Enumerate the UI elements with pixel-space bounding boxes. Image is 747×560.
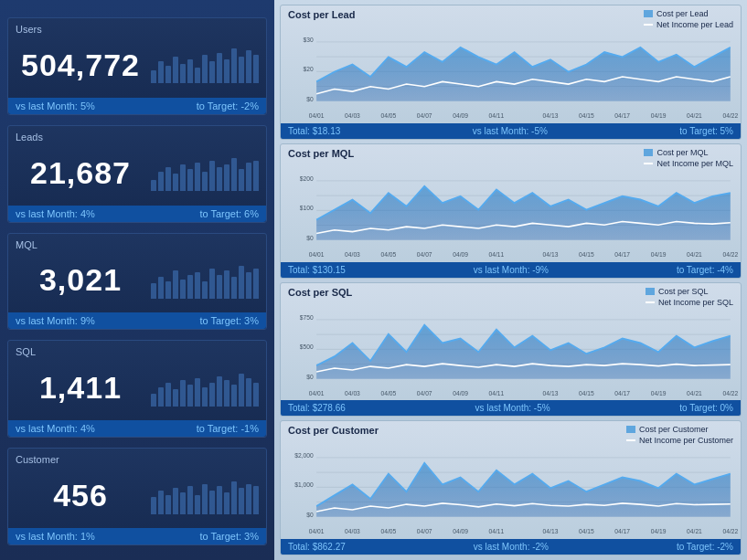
spark-bar [180, 380, 186, 407]
svg-text:04/11: 04/11 [489, 527, 505, 536]
spark-bar [180, 492, 186, 514]
svg-text:04/19: 04/19 [651, 111, 667, 121]
metric-main-users: 504,772 [16, 37, 259, 94]
chart-inner-cost-per-sql: Cost per SQL Cost per SQL Net Income per… [281, 283, 741, 401]
svg-text:04/21: 04/21 [687, 250, 702, 259]
metric-value-sql: 1,411 [16, 370, 145, 406]
legend-label-0: Cost per SQL [658, 287, 709, 296]
to-target-leads: to Target: 6% [199, 208, 259, 219]
svg-text:04/22: 04/22 [722, 527, 738, 536]
svg-text:04/21: 04/21 [687, 111, 702, 121]
vs-last-month-sql: vs last Month: 4% [16, 423, 95, 434]
svg-text:04/03: 04/03 [345, 527, 360, 536]
metric-main-leads: 21,687 [16, 144, 259, 202]
svg-text:$30: $30 [304, 35, 314, 44]
spark-bar [158, 387, 164, 407]
svg-text:04/11: 04/11 [489, 388, 505, 397]
svg-text:04/07: 04/07 [417, 388, 432, 397]
svg-text:$100: $100 [300, 204, 314, 213]
svg-text:04/17: 04/17 [614, 527, 630, 536]
svg-text:04/17: 04/17 [614, 111, 630, 121]
metric-main-sql: 1,411 [16, 359, 259, 417]
spark-bar [224, 380, 229, 407]
spark-bar [180, 64, 186, 83]
vs-last-month-users: vs last Month: 5% [16, 100, 95, 111]
spark-bar [239, 169, 244, 191]
legend-item-0: Cost per Lead [644, 9, 733, 18]
chart-svg-1: $200 $100 $0 04/0104/0304/0504/0704/0904… [281, 159, 741, 262]
spark-bar [173, 174, 178, 191]
metric-label-users: Users [16, 24, 259, 35]
to-target-users: to Target: -2% [197, 100, 259, 111]
metric-footer-customer: vs last Month: 1% to Target: 3% [8, 528, 266, 544]
svg-text:04/01: 04/01 [309, 527, 325, 536]
spark-bar [202, 387, 208, 407]
spark-bar [165, 383, 171, 407]
spark-bar [239, 57, 244, 83]
svg-text:04/09: 04/09 [453, 527, 468, 536]
metric-main-mql: 3,021 [16, 252, 259, 310]
svg-text:04/11: 04/11 [489, 111, 505, 121]
metric-footer-mql: vs last Month: 9% to Target: 3% [8, 312, 266, 329]
svg-text:04/07: 04/07 [417, 111, 432, 121]
spark-bar [239, 266, 244, 299]
svg-text:$1,000: $1,000 [294, 481, 313, 490]
spark-bar [253, 383, 259, 407]
left-panel: Users 504,772 vs last Month: 5% to Targe… [0, 0, 274, 560]
chart-title-cost-per-customer: Cost per Customer [288, 425, 379, 436]
spark-bar [217, 486, 222, 514]
legend-item-0: Cost per Customer [626, 425, 733, 434]
svg-text:04/05: 04/05 [380, 250, 396, 259]
chart-footer-cost-per-mql: Total: $130.15 vs last Month: -9% to Tar… [281, 262, 741, 278]
metric-footer-sql: vs last Month: 4% to Target: -1% [8, 420, 266, 437]
sparkline-mql [151, 262, 259, 299]
svg-text:04/13: 04/13 [543, 527, 559, 536]
metric-footer-leads: vs last Month: 4% to Target: 6% [8, 206, 266, 222]
chart-card-cost-per-mql: Cost per MQL Cost per MQL Net Income per… [280, 143, 742, 279]
metric-card-users: Users 504,772 vs last Month: 5% to Targe… [7, 17, 267, 115]
svg-text:04/13: 04/13 [543, 111, 559, 121]
spark-bar [209, 383, 215, 407]
svg-text:04/07: 04/07 [417, 527, 432, 536]
spark-bar [151, 394, 156, 407]
svg-text:04/05: 04/05 [380, 527, 396, 536]
svg-text:$200: $200 [300, 174, 314, 183]
svg-text:04/11: 04/11 [489, 250, 505, 259]
svg-text:04/13: 04/13 [543, 388, 559, 397]
spark-bar [151, 497, 156, 514]
chart-footer-cost-per-customer: Total: $862.27 vs last Month: -2% to Tar… [281, 539, 741, 555]
chart-area-cost-per-sql: $750 $500 $0 04/0104/0304/0504/0704/0904… [281, 298, 741, 401]
chart-inner-cost-per-lead: Cost per Lead Cost per Lead Net Income p… [281, 5, 741, 123]
spark-bar [209, 61, 215, 83]
svg-rect-0 [644, 10, 653, 17]
chart-to-target-cost-per-mql: to Target: -4% [677, 265, 733, 275]
spark-bar [224, 492, 229, 514]
svg-text:04/22: 04/22 [722, 111, 738, 121]
spark-bar [231, 158, 237, 191]
spark-bar [239, 488, 244, 514]
chart-area-cost-per-customer: $2,000 $1,000 $0 04/0104/0304/0504/0704/… [281, 436, 741, 539]
spark-bar [158, 277, 164, 299]
spark-bar [217, 376, 222, 407]
spark-bar [158, 61, 164, 83]
svg-text:04/15: 04/15 [579, 527, 594, 536]
dashboard: Users 504,772 vs last Month: 5% to Targe… [0, 0, 747, 560]
vs-last-month-leads: vs last Month: 4% [16, 208, 95, 219]
spark-bar [151, 180, 156, 191]
chart-svg-2: $750 $500 $0 04/0104/0304/0504/0704/0904… [281, 298, 741, 401]
chart-vs-last-cost-per-customer: vs last Month: -2% [474, 542, 549, 552]
chart-footer-cost-per-sql: Total: $278.66 vs last Month: -5% to Tar… [281, 400, 741, 416]
chart-vs-last-cost-per-mql: vs last Month: -9% [474, 265, 549, 275]
to-target-sql: to Target: -1% [197, 423, 259, 434]
svg-text:$0: $0 [306, 511, 313, 520]
chart-total-cost-per-lead: Total: $18.13 [288, 126, 340, 136]
spark-bar [151, 283, 156, 299]
svg-text:04/09: 04/09 [453, 388, 468, 397]
svg-text:$0: $0 [306, 94, 313, 103]
svg-text:04/19: 04/19 [651, 388, 667, 397]
chart-card-cost-per-lead: Cost per Lead Cost per Lead Net Income p… [280, 5, 742, 140]
metric-card-leads: Leads 21,687 vs last Month: 4% to Target… [7, 125, 267, 223]
vs-last-month-mql: vs last Month: 9% [16, 315, 95, 326]
svg-text:04/01: 04/01 [309, 111, 325, 121]
spark-bar [253, 161, 259, 191]
